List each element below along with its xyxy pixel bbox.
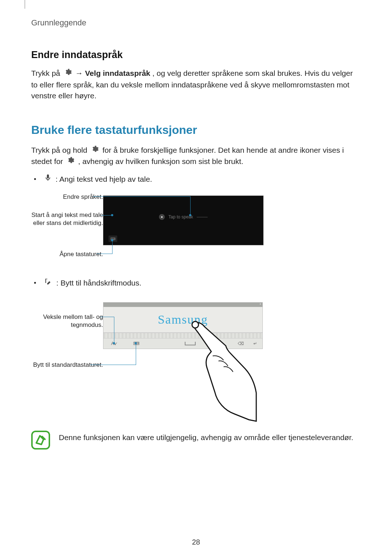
enter-icon: ↵ [253,341,257,346]
bullet-item: : Bytt til håndskriftmodus. [31,277,361,289]
callout-line [112,240,113,254]
space-icon [185,342,196,345]
callout-label: Veksle mellom tall- og tegnmodus. [23,313,103,329]
bullet-dot-icon [34,282,36,284]
note-text: Denne funksjonen kan være utilgjengelig,… [59,432,353,443]
section-title-keyboard-features: Bruke flere tastaturfunksjoner [31,123,361,137]
callout-line [90,365,136,365]
handwriting-toolbar: A↙ ⌨ ⌫ ↵ [103,338,262,349]
page-number: 28 [31,538,361,546]
callout-line [190,196,191,215]
gear-icon [64,68,72,79]
callout-line [136,344,136,365]
microphone-icon [44,173,52,185]
backspace-button[interactable]: ⌫ [233,341,248,346]
note-block: Denne funksjonen kan være utilgjengelig,… [31,432,361,451]
handwriting-scrollstrip [103,333,262,338]
callout-line [114,317,114,343]
gear-icon [66,156,74,167]
bold-text: Velg inndataspråk [85,69,150,77]
backspace-icon: ⌫ [238,341,244,346]
callout-node [113,342,115,344]
open-keyboard-button[interactable]: ⌨ [109,235,117,242]
gear-icon [91,145,99,156]
note-icon [31,431,50,451]
handwriting-sample-text: Samsung [158,313,208,327]
handwriting-topbar[interactable] [103,303,262,307]
text-fragment: , avhengig av hvilken funksjon som sist … [78,157,243,165]
mic-glyph-icon: ● [161,215,163,219]
handwriting-mode-icon [44,277,53,289]
bullet-text: : Bytt til håndskriftmodus. [56,278,142,288]
voice-input-row: ● Tap to speak [109,214,258,220]
callout-label: Bytt til standardtastaturet. [23,361,103,369]
bullet-text: : Angi tekst ved hjelp av tale. [56,174,152,185]
section1-paragraph: Trykk på → Velg inndataspråk , og velg d… [31,68,361,102]
callout-label: Endre språket. [23,193,103,201]
arrow-text: → [75,69,85,77]
chapter-label: Grunnleggende [31,18,361,28]
handwriting-canvas[interactable]: Samsung [103,307,262,333]
callout-line [97,254,112,254]
bullet-item: : Angi tekst ved hjelp av tale. [31,173,361,185]
diagram-handwriting: Veksle mellom tall- og tegnmodus. Bytt t… [31,299,361,419]
callout-line [100,317,114,317]
bullet-dot-icon [34,178,36,180]
callout-line [101,215,112,216]
mic-button[interactable]: ● [159,214,165,220]
language-indicator[interactable] [197,217,208,217]
enter-button[interactable]: ↵ [248,341,262,346]
page: Grunnleggende Endre inndataspråk Trykk p… [0,0,392,554]
callout-line [93,196,190,197]
text-fragment: Trykk på [31,69,62,77]
callout-node [135,342,137,344]
section2-paragraph: Trykk på og hold for å bruke forskjellig… [31,145,361,168]
section-title-change-language: Endre inndataspråk [31,49,361,61]
voice-input-panel: ● Tap to speak ⌨ [103,196,264,245]
header-tick [25,0,25,9]
svg-rect-1 [32,431,49,449]
text-fragment: Trykk på og hold [31,146,89,154]
space-button[interactable] [147,342,233,345]
diagram-voice-input: Endre språket. Start å angi tekst med ta… [31,194,361,266]
handwriting-panel: Samsung A↙ ⌨ ⌫ ↵ [103,302,263,349]
callout-label: Start å angi tekst med tale eller stans … [23,211,103,227]
callout-label: Åpne tastaturet. [23,250,103,258]
